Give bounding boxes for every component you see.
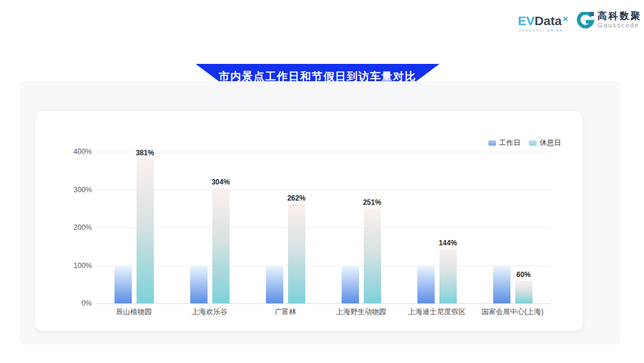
legend-label: 休息日 xyxy=(540,138,561,148)
legend-marker-icon xyxy=(529,140,537,146)
y-tick-300%: 300% xyxy=(35,186,92,194)
x-axis-labels: 辰山植物园上海欢乐谷广富林上海野生动物园上海迪士尼度假区国家会展中心(上海) xyxy=(96,307,550,318)
bar-value-上海迪士尼度假区: 144% xyxy=(429,239,467,247)
legend-marker-icon xyxy=(488,140,496,146)
gausscode-logo: 高科数聚 Gausscode xyxy=(576,11,642,30)
bar-休息日-上海欢乐谷[interactable] xyxy=(212,188,230,303)
bar-工作日-上海野生动物园[interactable] xyxy=(342,266,359,304)
page: EVData✕ SHANGHAI CHINA 高科数聚 Gausscode 市内… xyxy=(0,0,644,363)
y-tick-0%: 0% xyxy=(35,299,92,307)
x-label-上海迪士尼度假区: 上海迪士尼度假区 xyxy=(399,307,475,317)
header-logos: EVData✕ SHANGHAI CHINA 高科数聚 Gausscode xyxy=(518,11,642,32)
evdata-subtext-shanghai: SHANGHAI xyxy=(519,29,545,32)
gridline-0% xyxy=(96,303,550,304)
bar-休息日-国家会展中心(上海)[interactable] xyxy=(515,281,532,303)
gridline-300% xyxy=(96,190,550,190)
chart-legend: 工作日休息日 xyxy=(488,138,561,148)
evdata-ev-text: EV xyxy=(518,14,534,27)
chart-panel: 工作日休息日 0%100%200%300%400% 381%304%262%25… xyxy=(20,81,620,344)
evdata-data-text: Data xyxy=(534,14,562,27)
bar-工作日-上海欢乐谷[interactable] xyxy=(190,266,208,304)
x-label-广富林: 广富林 xyxy=(247,307,323,317)
legend-item-工作日[interactable]: 工作日 xyxy=(488,138,521,148)
bar-工作日-辰山植物园[interactable] xyxy=(114,266,132,304)
bar-value-上海欢乐谷: 304% xyxy=(202,178,240,186)
y-axis-labels: 0%100%200%300%400% xyxy=(35,152,92,303)
y-tick-100%: 100% xyxy=(35,262,92,270)
evdata-wordmark: EVData✕ xyxy=(518,14,568,27)
evdata-logo: EVData✕ SHANGHAI CHINA xyxy=(518,11,568,32)
bar-工作日-广富林[interactable] xyxy=(266,266,283,304)
evdata-subtext: SHANGHAI CHINA xyxy=(519,29,563,32)
gridline-100% xyxy=(96,266,550,266)
plot-area: 381%304%262%251%144%60% xyxy=(96,152,550,303)
gausscode-text: 高科数聚 Gausscode xyxy=(597,11,642,29)
bar-value-广富林: 262% xyxy=(277,194,315,202)
bar-休息日-上海迪士尼度假区[interactable] xyxy=(439,249,457,303)
evdata-subtext-china: CHINA xyxy=(547,29,564,32)
legend-label: 工作日 xyxy=(499,138,521,148)
x-label-国家会展中心(上海): 国家会展中心(上海) xyxy=(475,307,550,317)
bar-value-上海野生动物园: 251% xyxy=(353,198,391,207)
y-tick-400%: 400% xyxy=(35,147,92,156)
bar-休息日-辰山植物园[interactable] xyxy=(137,159,154,303)
y-tick-200%: 200% xyxy=(35,223,92,232)
bar-工作日-上海迪士尼度假区[interactable] xyxy=(417,266,435,304)
evdata-x-icon: ✕ xyxy=(562,15,568,23)
gausscode-en-name: Gausscode xyxy=(597,21,642,29)
gausscode-cn-name: 高科数聚 xyxy=(597,11,642,21)
gridline-200% xyxy=(96,227,550,228)
bar-value-辰山植物园: 381% xyxy=(126,149,164,157)
gridline-400% xyxy=(96,152,550,152)
x-label-上海野生动物园: 上海野生动物园 xyxy=(323,307,399,317)
gausscode-g-icon xyxy=(576,12,595,30)
bar-休息日-上海野生动物园[interactable] xyxy=(364,208,381,303)
x-label-上海欢乐谷: 上海欢乐谷 xyxy=(172,307,247,317)
bar-value-国家会展中心(上海): 60% xyxy=(504,270,543,279)
x-label-辰山植物园: 辰山植物园 xyxy=(96,307,172,317)
legend-item-休息日[interactable]: 休息日 xyxy=(529,138,561,148)
bar-休息日-广富林[interactable] xyxy=(288,204,305,303)
chart-card: 工作日休息日 0%100%200%300%400% 381%304%262%25… xyxy=(35,110,583,331)
